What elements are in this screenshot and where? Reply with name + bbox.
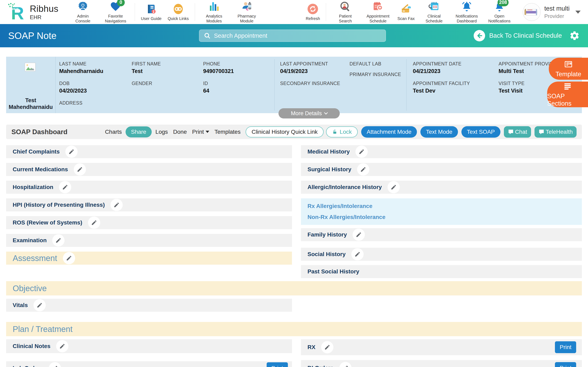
- nav-patient-search[interactable]: Patient Search: [329, 1, 362, 24]
- edit-pencil-button[interactable]: [65, 146, 78, 158]
- field-value: Mahendharnaidu: [59, 68, 132, 75]
- done-link[interactable]: Done: [173, 129, 187, 135]
- charts-link[interactable]: Charts: [105, 129, 122, 135]
- broken-image-icon: [24, 62, 37, 74]
- edit-pencil-button[interactable]: [49, 362, 61, 367]
- non-rx-allergies-link[interactable]: Non-Rx Allergies/Intolerance: [307, 214, 582, 220]
- favorite-navigations-icon: 0: [110, 1, 121, 12]
- edit-pencil-button[interactable]: [59, 181, 71, 193]
- edit-pencil-button[interactable]: [321, 341, 333, 353]
- nav-refresh[interactable]: Refresh: [303, 3, 323, 21]
- soap-dashboard-toolbar: SOAP Dashboard Charts Share Logs Done Pr…: [6, 125, 582, 139]
- nav-scan-fax[interactable]: Scan Fax: [394, 3, 417, 21]
- templates-link[interactable]: Templates: [215, 129, 241, 135]
- edit-pencil-button[interactable]: [34, 299, 46, 311]
- edit-pencil-button[interactable]: [353, 229, 365, 241]
- edit-pencil-button[interactable]: [388, 181, 400, 193]
- nav-label: Quick Links: [168, 16, 189, 21]
- field-label: PRIMARY INSURANCE: [350, 72, 411, 77]
- nav-favorite-navigations[interactable]: 0 Favorite Navigations: [99, 1, 132, 24]
- chat-bubble-icon: [508, 129, 514, 135]
- plan-treatment-label: Plan / Treatment: [13, 325, 72, 334]
- rx-allergies-link[interactable]: Rx Allergies/Intolerance: [307, 203, 582, 209]
- print-menu-label: Print: [192, 129, 204, 135]
- page-title: SOAP Note: [8, 30, 57, 41]
- section-hpi: HPI (History of Presenting Illness): [6, 198, 292, 211]
- settings-gear-icon[interactable]: [569, 30, 580, 41]
- app-logo[interactable]: R BHUS Ribhus EHR: [7, 2, 58, 22]
- nav-label: Favorite Navigations: [102, 14, 129, 24]
- nav-clinical-schedule[interactable]: Clinical Schedule: [418, 1, 450, 24]
- edit-pencil-button[interactable]: [111, 199, 123, 211]
- patient-name: Test Mahendharnaidu: [8, 97, 54, 111]
- telehealth-label: TeleHealth: [546, 129, 573, 135]
- field-label: GENDER: [132, 81, 203, 86]
- section-medical-history: Medical History: [301, 145, 582, 158]
- back-arrow-icon[interactable]: [474, 30, 485, 42]
- edit-pencil-button[interactable]: [52, 234, 65, 247]
- field-label: DOB: [59, 81, 132, 86]
- rx-print-button[interactable]: Print: [555, 341, 576, 353]
- section-allergic-intolerance-history: Allergic/Intolerance History: [301, 181, 582, 194]
- nav-label: Open Notifications: [486, 14, 513, 24]
- chat-button[interactable]: Chat: [504, 126, 531, 138]
- text-mode-button[interactable]: Text Mode: [420, 126, 458, 138]
- nav-notifications-dashboard[interactable]: Notifications Dashboard: [450, 1, 483, 24]
- soap-sections-area: Chief Complaints Current Medications Hos…: [6, 145, 582, 367]
- field-label: SECONDARY INSURANCE: [280, 81, 350, 86]
- nav-label: Scan Fax: [397, 16, 415, 21]
- section-assessment: Assessment: [6, 252, 292, 265]
- edit-pencil-button[interactable]: [351, 248, 364, 260]
- nav-pharmacy-module[interactable]: Pharmacy Module: [231, 1, 263, 24]
- di-orders-print-button[interactable]: Print: [555, 362, 576, 367]
- section-label: HPI (History of Presenting Illness): [13, 202, 105, 208]
- section-past-social-history: Past Social History: [301, 265, 582, 278]
- edit-pencil-button[interactable]: [355, 146, 368, 158]
- lock-button[interactable]: Lock: [326, 126, 358, 137]
- section-current-medications: Current Medications: [6, 163, 292, 176]
- patient-insurance-info: LAST APPOINTMENT 04/19/2023 SECONDARY IN…: [280, 61, 411, 88]
- logs-link[interactable]: Logs: [155, 129, 168, 135]
- edit-pencil-button[interactable]: [357, 163, 369, 175]
- chevron-down-icon: [575, 11, 581, 14]
- text-soap-button[interactable]: Text SOAP: [461, 126, 501, 138]
- scan-fax-icon: [400, 3, 412, 15]
- nav-open-notifications[interactable]: 208 Open Notifications: [483, 1, 516, 24]
- section-label: Chief Complaints: [13, 149, 60, 155]
- field-label: PHONE: [203, 61, 264, 67]
- attachment-mode-button[interactable]: Attachment Mode: [361, 126, 417, 138]
- search-input[interactable]: [214, 33, 381, 39]
- share-button[interactable]: Share: [126, 126, 152, 137]
- edit-pencil-button[interactable]: [74, 163, 86, 175]
- nav-analytics-modules[interactable]: Analytics Modules: [198, 1, 231, 24]
- more-details-button[interactable]: More Details: [278, 108, 340, 118]
- edit-pencil-button[interactable]: [88, 217, 100, 229]
- top-navigation-bar: R BHUS Ribhus EHR Admin Console 0 Favori…: [0, 0, 588, 24]
- patient-banner: Test Mahendharnaidu LAST NAME Mahendharn…: [6, 57, 582, 113]
- telehealth-button[interactable]: TeleHealth: [535, 126, 577, 138]
- nav-user-guide[interactable]: User Guide: [138, 3, 164, 21]
- field-value: 04/20/2023: [59, 88, 132, 95]
- print-menu[interactable]: Print: [192, 129, 209, 135]
- admin-console-icon: [77, 1, 89, 12]
- appointment-info: APPOINTMENT DATE 04/21/2023 APPOINTMENT …: [413, 61, 566, 100]
- nav-admin-console[interactable]: Admin Console: [67, 1, 99, 24]
- section-plan-treatment-header: Plan / Treatment: [6, 322, 582, 336]
- lab-orders-print-button[interactable]: Print: [267, 362, 288, 367]
- nav-quick-links[interactable]: Quick Links: [164, 3, 192, 21]
- edit-pencil-button[interactable]: [63, 252, 75, 264]
- template-button[interactable]: Template: [549, 58, 588, 80]
- edit-pencil-button[interactable]: [56, 340, 68, 352]
- soap-sections-button[interactable]: SOAP Sections: [547, 82, 588, 107]
- field-value: 9490700321: [203, 68, 264, 75]
- page-header: SOAP Note Back To Clinical Schedule: [0, 24, 588, 47]
- back-to-clinical-schedule-link[interactable]: Back To Clinical Schedule: [489, 32, 562, 39]
- section-vitals: Vitals: [6, 299, 292, 312]
- notifications-count-badge: 208: [498, 0, 509, 6]
- user-menu[interactable]: test multi Provider: [523, 3, 581, 21]
- svg-text:BHUS: BHUS: [11, 7, 19, 11]
- nav-appointment-schedule[interactable]: Appointment Schedule: [362, 1, 394, 24]
- clinical-history-quick-link-button[interactable]: Clinical History Quick Link: [246, 126, 324, 137]
- patient-photo-column: Test Mahendharnaidu: [6, 57, 56, 113]
- edit-pencil-button[interactable]: [339, 362, 352, 367]
